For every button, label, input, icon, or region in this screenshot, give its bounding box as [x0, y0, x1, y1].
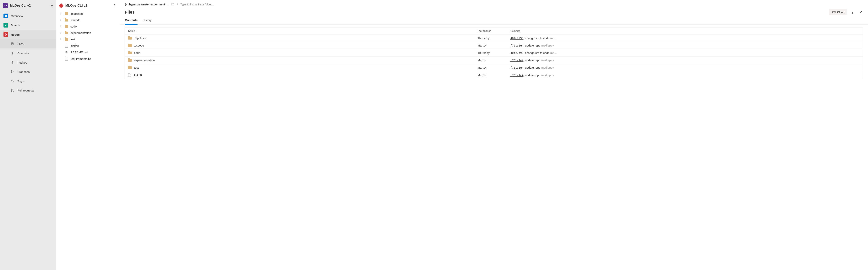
project-avatar: MV	[3, 3, 8, 8]
folder-icon	[128, 66, 132, 69]
row-name: test	[134, 66, 139, 69]
col-name[interactable]: Name↑	[128, 29, 477, 32]
file-table: Name↑ Last change Commits .pipelinesThur…	[125, 27, 863, 79]
file-icon	[128, 73, 131, 77]
clone-button-label: Clone	[837, 11, 844, 14]
tab-history[interactable]: History	[143, 17, 152, 25]
file-icon	[65, 57, 68, 60]
svg-point-15	[11, 91, 12, 92]
app-root: MV MLOps CLI v2 + OverviewBoardsRepos Fi…	[0, 0, 868, 270]
repo-picker[interactable]: MLOps CLI v2	[59, 4, 87, 7]
commit-hash-link[interactable]: 40fc7f90	[510, 37, 523, 40]
commit-hash-link[interactable]: f761a1e4	[510, 74, 523, 77]
row-last-change: Mar 14	[477, 66, 510, 69]
table-row[interactable]: codeThursday40fc7f90change src to code m…	[125, 49, 863, 56]
svg-rect-7	[11, 43, 13, 45]
table-row[interactable]: testMar 14f761a1e4update repo madiepev	[125, 64, 863, 71]
commit-message: update repo madiepev	[525, 58, 554, 62]
tab-contents[interactable]: Contents	[125, 17, 137, 25]
chevron-down-icon: ⌄	[166, 3, 168, 6]
branch-icon	[125, 3, 128, 6]
project-sidebar: MV MLOps CLI v2 + OverviewBoardsRepos Fi…	[0, 0, 56, 270]
commit-hash-link[interactable]: f761a1e4	[510, 66, 523, 69]
nav-tags[interactable]: Tags	[0, 76, 56, 86]
table-row[interactable]: experimentationMar 14f761a1e4update repo…	[125, 56, 863, 64]
nav-label: Boards	[11, 24, 20, 27]
repos-icon	[3, 32, 8, 37]
clone-icon	[832, 11, 836, 14]
nav-overview[interactable]: Overview	[0, 11, 56, 21]
table-row[interactable]: .pipelinesThursday40fc7f90change src to …	[125, 34, 863, 42]
chevron-right-icon[interactable]: 〉	[60, 25, 63, 28]
col-commits[interactable]: Commits	[510, 29, 860, 32]
branch-name: hyperparameter-experiment	[129, 3, 165, 6]
breadcrumb-folder-icon[interactable]	[171, 3, 174, 6]
tree-item-name: README.md	[70, 51, 88, 54]
svg-point-16	[13, 91, 13, 92]
clone-button[interactable]: Clone	[829, 9, 847, 15]
nav-files[interactable]: Files	[0, 39, 56, 49]
file-icon	[65, 44, 68, 48]
more-actions-icon[interactable]: ⋮	[849, 9, 856, 15]
commits-icon	[10, 51, 15, 55]
folder-icon	[65, 25, 68, 28]
boards-icon	[3, 23, 8, 28]
repo-icon	[59, 4, 63, 7]
row-last-change: Thursday	[477, 36, 510, 40]
svg-point-12	[13, 71, 13, 72]
tree-item[interactable]: 〉requirements.txt	[56, 55, 120, 62]
chevron-right-icon[interactable]: 〉	[60, 37, 63, 41]
svg-point-17	[125, 3, 126, 4]
tags-icon	[10, 79, 15, 83]
svg-point-14	[11, 89, 12, 90]
nav-branches[interactable]: Branches	[0, 67, 56, 76]
tree-item[interactable]: 〉.flake8	[56, 43, 120, 49]
row-last-change: Mar 14	[477, 74, 510, 77]
title-row: Files Clone ⋮ ⤢	[120, 7, 868, 17]
nav-label: Repos	[11, 33, 20, 36]
commit-hash-link[interactable]: f761a1e4	[510, 44, 523, 47]
svg-point-9	[12, 61, 13, 62]
col-lastchange[interactable]: Last change	[477, 29, 510, 32]
nav-boards[interactable]: Boards	[0, 21, 56, 30]
tree-item[interactable]: 〉test	[56, 36, 120, 43]
files-icon	[10, 42, 15, 46]
chevron-right-icon[interactable]: 〉	[60, 12, 63, 15]
table-row[interactable]: .vscodeMar 14f761a1e4update repo madiepe…	[125, 42, 863, 49]
folder-icon	[128, 44, 132, 47]
svg-rect-0	[5, 15, 6, 16]
fullscreen-icon[interactable]: ⤢	[859, 9, 863, 15]
svg-point-5	[5, 35, 6, 35]
nav-pr[interactable]: Pull requests	[0, 86, 56, 95]
commit-message: update repo madiepev	[525, 74, 554, 77]
svg-point-18	[125, 5, 126, 5]
tree-item[interactable]: 〉.pipelines	[56, 10, 120, 17]
table-row[interactable]: .flake8Mar 14f761a1e4update repo madiepe…	[125, 71, 863, 79]
folder-icon	[128, 37, 132, 39]
commit-hash-link[interactable]: f761a1e4	[510, 59, 523, 62]
pushes-icon	[10, 60, 15, 65]
commit-hash-link[interactable]: 40fc7f90	[510, 51, 523, 54]
tree-item[interactable]: 〉experimentation	[56, 30, 120, 36]
page-title: Files	[125, 10, 134, 15]
path-search-input[interactable]	[181, 3, 863, 6]
project-header-left[interactable]: MV MLOps CLI v2	[3, 3, 31, 8]
nav-commits[interactable]: Commits	[0, 49, 56, 58]
main-panel: hyperparameter-experiment ⌄ / Files Clon…	[120, 0, 868, 270]
chevron-right-icon[interactable]: 〉	[60, 19, 63, 22]
svg-point-19	[127, 3, 127, 4]
svg-point-10	[11, 71, 12, 71]
pr-icon	[10, 88, 15, 93]
tree-item-name: .vscode	[70, 19, 81, 22]
row-name: .pipelines	[134, 36, 146, 40]
nav-repos[interactable]: Repos	[0, 30, 56, 39]
repo-tree-more-icon[interactable]: ⋮	[113, 3, 116, 8]
tree-item[interactable]: 〉M↓README.md	[56, 49, 120, 55]
tree-item[interactable]: 〉.vscode	[56, 17, 120, 23]
tree-item[interactable]: 〉code	[56, 23, 120, 30]
nav-pushes[interactable]: Pushes	[0, 58, 56, 67]
branch-picker[interactable]: hyperparameter-experiment ⌄	[125, 3, 168, 6]
chevron-right-icon[interactable]: 〉	[60, 31, 63, 34]
commit-author: ma...	[550, 51, 557, 54]
add-icon[interactable]: +	[51, 3, 53, 8]
